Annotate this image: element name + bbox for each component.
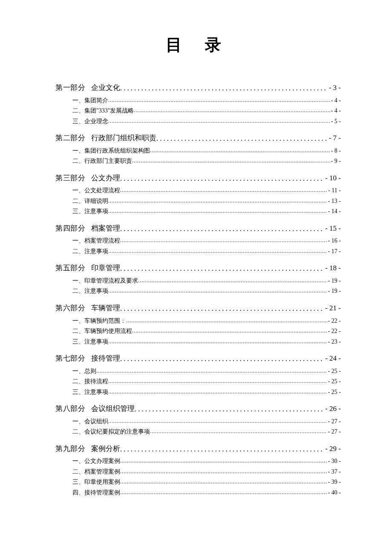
toc-entry-label: 二、注意事项 bbox=[72, 246, 108, 257]
toc-entry-label: 二、接待流程 bbox=[72, 376, 108, 387]
toc-leader-dots bbox=[135, 402, 324, 416]
toc-leader-dots bbox=[108, 246, 327, 257]
toc-entry-label: 三、注意事项 bbox=[72, 206, 108, 217]
toc-page-number: - 27 - bbox=[327, 416, 341, 427]
toc-leader-dots bbox=[120, 172, 324, 185]
toc-page-number: - 29 - bbox=[324, 442, 341, 456]
toc-body: 第一部分企业文化- 3 -一、集团简介- 4 -二、集团"333"发展战略- 4… bbox=[55, 81, 341, 498]
toc-title: 目 录 bbox=[55, 34, 341, 56]
toc-entry-label: 二、集团"333"发展战略 bbox=[72, 106, 134, 116]
toc-section: 第二部分行政部门组织和职责- 7 -一、集团行政系统组织架构图- 8 -二、行政… bbox=[55, 132, 341, 167]
toc-entry-label: 第九部分案例分析 bbox=[55, 442, 120, 456]
toc-entry-level2: 二、档案管理案例- 37 - bbox=[55, 467, 341, 477]
toc-leader-dots bbox=[120, 302, 324, 315]
toc-leader-dots bbox=[120, 262, 324, 275]
toc-page-number: - 24 - bbox=[324, 352, 341, 365]
toc-entry-label: 三、企业理念 bbox=[72, 116, 108, 127]
toc-leader-dots bbox=[120, 185, 327, 196]
toc-entry-label: 一、会议组织 bbox=[72, 416, 108, 427]
toc-entry-label: 二、档案管理案例 bbox=[72, 467, 120, 477]
toc-leader-dots bbox=[120, 477, 327, 488]
toc-page-number: - 22 - bbox=[327, 326, 341, 337]
toc-part-number: 第八部分 bbox=[55, 405, 85, 413]
toc-entry-label: 二、注意事项 bbox=[72, 286, 108, 297]
toc-page-number: - 15 - bbox=[324, 222, 341, 235]
toc-entry-label: 一、集团简介 bbox=[72, 95, 108, 106]
toc-leader-dots bbox=[108, 376, 327, 387]
toc-page-number: - 18 - bbox=[324, 262, 341, 275]
toc-page-number: - 13 - bbox=[327, 196, 341, 207]
toc-page-number: - 3 - bbox=[328, 81, 341, 95]
toc-entry-level1: 第六部分车辆管理- 21 - bbox=[55, 302, 341, 315]
toc-entry-level2: 二、会议纪要拟定的注意事项- 27 - bbox=[55, 427, 341, 437]
toc-page-number: - 7 - bbox=[328, 132, 341, 145]
toc-part-number: 第四部分 bbox=[55, 224, 85, 232]
toc-entry-label: 一、车辆预约范围： bbox=[72, 316, 126, 327]
toc-part-number: 第一部分 bbox=[55, 84, 85, 92]
toc-part-number: 第二部分 bbox=[55, 134, 85, 142]
toc-page-number: - 39 - bbox=[327, 477, 341, 488]
toc-page-number: - 25 - bbox=[327, 366, 341, 377]
toc-leader-dots bbox=[108, 337, 327, 347]
toc-part-heading: 企业文化 bbox=[91, 84, 120, 92]
toc-entry-label: 一、印章管理流程及要求 bbox=[72, 276, 138, 286]
toc-part-heading: 车辆管理 bbox=[91, 304, 120, 312]
toc-leader-dots bbox=[150, 146, 330, 156]
toc-leader-dots bbox=[108, 286, 327, 297]
toc-entry-level2: 三、注意事项- 25 - bbox=[55, 387, 341, 398]
toc-page-number: - 27 - bbox=[327, 427, 341, 437]
toc-entry-level2: 三、注意事项- 14 - bbox=[55, 206, 341, 217]
toc-section: 第七部分接待管理- 24 -一、总则- 25 -二、接待流程- 25 -三、注意… bbox=[55, 352, 341, 397]
toc-entry-level2: 一、印章管理流程及要求- 19 - bbox=[55, 276, 341, 286]
toc-page-number: - 8 - bbox=[330, 146, 341, 156]
toc-leader-dots bbox=[132, 326, 327, 337]
toc-page-number: - 4 - bbox=[330, 106, 341, 116]
toc-leader-dots bbox=[126, 316, 327, 327]
toc-part-heading: 会议组织管理 bbox=[91, 405, 135, 413]
toc-entry-level2: 三、注意事项- 23 - bbox=[55, 337, 341, 347]
toc-entry-label: 第八部分会议组织管理 bbox=[55, 402, 135, 416]
toc-entry-level2: 一、公文处理流程- 11 - bbox=[55, 185, 341, 196]
toc-part-number: 第五部分 bbox=[55, 264, 85, 272]
toc-section: 第三部分公文办理- 10 -一、公文处理流程- 11 -二、详细说明- 13 -… bbox=[55, 172, 341, 217]
toc-entry-level2: 一、车辆预约范围：- 22 - bbox=[55, 316, 341, 327]
toc-page-number: - 19 - bbox=[327, 276, 341, 286]
toc-page-number: - 25 - bbox=[327, 387, 341, 398]
toc-section: 第五部分印章管理- 18 -一、印章管理流程及要求- 19 -二、注意事项- 1… bbox=[55, 262, 341, 297]
toc-leader-dots bbox=[120, 442, 324, 456]
toc-entry-label: 第四部分档案管理 bbox=[55, 222, 120, 235]
toc-leader-dots bbox=[108, 387, 327, 398]
toc-page-number: - 4 - bbox=[330, 95, 341, 106]
toc-leader-dots bbox=[108, 416, 327, 427]
toc-page-number: - 11 - bbox=[327, 185, 341, 196]
toc-entry-label: 一、集团行政系统组织架构图 bbox=[72, 146, 150, 156]
toc-entry-label: 第一部分企业文化 bbox=[55, 81, 120, 95]
toc-entry-label: 第二部分行政部门组织和职责 bbox=[55, 132, 156, 145]
toc-page-number: - 23 - bbox=[327, 337, 341, 347]
toc-page-number: - 5 - bbox=[330, 116, 341, 127]
toc-entry-label: 二、车辆预约使用流程 bbox=[72, 326, 132, 337]
toc-leader-dots bbox=[120, 81, 328, 95]
toc-page-number: - 9 - bbox=[330, 156, 341, 167]
toc-page-number: - 10 - bbox=[324, 172, 341, 185]
toc-entry-label: 三、注意事项 bbox=[72, 337, 108, 347]
toc-entry-level2: 二、详细说明- 13 - bbox=[55, 196, 341, 207]
toc-entry-level1: 第八部分会议组织管理- 26 - bbox=[55, 402, 341, 416]
toc-page: 目 录 第一部分企业文化- 3 -一、集团简介- 4 -二、集团"333"发展战… bbox=[0, 0, 392, 537]
toc-part-number: 第六部分 bbox=[55, 304, 85, 312]
toc-entry-label: 四、接待管理案例 bbox=[72, 488, 120, 498]
toc-leader-dots bbox=[120, 456, 327, 467]
toc-entry-level2: 一、集团行政系统组织架构图- 8 - bbox=[55, 146, 341, 156]
toc-leader-dots bbox=[138, 276, 327, 286]
toc-page-number: - 22 - bbox=[327, 316, 341, 327]
toc-entry-level2: 二、接待流程- 25 - bbox=[55, 376, 341, 387]
toc-leader-dots bbox=[108, 206, 327, 217]
toc-page-number: - 17 - bbox=[327, 246, 341, 257]
toc-leader-dots bbox=[156, 132, 328, 145]
toc-entry-label: 一、总则 bbox=[72, 366, 96, 377]
toc-section: 第四部分档案管理- 15 -一、档案管理流程- 16 -二、注意事项- 17 - bbox=[55, 222, 341, 257]
toc-entry-level1: 第三部分公文办理- 10 - bbox=[55, 172, 341, 185]
toc-leader-dots bbox=[134, 106, 330, 116]
toc-part-heading: 印章管理 bbox=[91, 264, 120, 272]
toc-leader-dots bbox=[108, 196, 327, 207]
